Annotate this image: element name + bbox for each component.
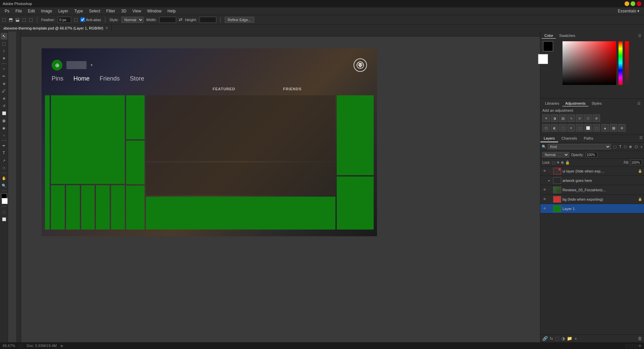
- quick-mask-toggle[interactable]: ⬚: [1, 208, 7, 215]
- layers-mask-icon[interactable]: ⬚: [555, 336, 559, 341]
- doc-info-arrow[interactable]: ▶: [61, 344, 63, 348]
- background-color[interactable]: [2, 198, 8, 204]
- layers-panel-menu[interactable]: ☰: [638, 135, 644, 142]
- menu-layer[interactable]: Layer: [55, 8, 71, 14]
- opacity-input[interactable]: [586, 152, 597, 157]
- layers-new-icon[interactable]: +: [574, 336, 577, 341]
- adj-colorlookup[interactable]: ⬚: [576, 124, 583, 132]
- lock-pixels-icon[interactable]: ⬚: [552, 160, 555, 165]
- layer-item-bg[interactable]: 👁 bg (hide when exporting) 🔒: [540, 195, 644, 204]
- foreground-color-box[interactable]: [543, 41, 553, 51]
- crop-tool[interactable]: ⊹: [1, 65, 7, 72]
- clone-tool[interactable]: ⊕: [1, 95, 7, 102]
- layer-item-layer1[interactable]: 👁 Layer 1: [540, 204, 644, 213]
- adj-brightness[interactable]: ☀: [542, 114, 550, 122]
- menu-type[interactable]: Type: [71, 8, 86, 14]
- quick-select-tool[interactable]: ✤: [1, 55, 7, 62]
- adj-selectivecolor[interactable]: ⊕: [618, 124, 626, 132]
- adj-bw[interactable]: ◐: [551, 124, 558, 132]
- adj-contrast[interactable]: ◑: [551, 114, 558, 122]
- refine-edge-button[interactable]: Refine Edge...: [225, 17, 254, 23]
- alpha-bar[interactable]: [625, 41, 629, 85]
- brush-tool[interactable]: 🖊: [1, 88, 7, 94]
- canvas-area[interactable]: ⊕ ▾ Pins Home: [8, 32, 540, 342]
- hue-bar[interactable]: [619, 41, 623, 85]
- adj-posterize[interactable]: ⬚: [593, 124, 600, 132]
- paths-tab[interactable]: Paths: [581, 135, 597, 142]
- adjustments-tab[interactable]: Adjustments: [562, 101, 588, 106]
- color-tab[interactable]: Color: [542, 33, 556, 39]
- adj-invert[interactable]: ⬜: [584, 124, 592, 132]
- layer-item-reviews[interactable]: 👁 Reviews_03_ForzaHoriz...: [540, 185, 644, 195]
- feather-input[interactable]: [58, 17, 71, 23]
- blur-tool[interactable]: ◉: [1, 124, 7, 131]
- lock-artboard-icon[interactable]: ⊕: [561, 160, 564, 165]
- libraries-tab[interactable]: Libraries: [542, 101, 562, 106]
- menu-image[interactable]: Image: [38, 8, 55, 14]
- restore-button[interactable]: [631, 1, 635, 6]
- style-select[interactable]: Normal: [121, 17, 144, 23]
- layer-visibility-bg[interactable]: 👁: [542, 197, 547, 202]
- eraser-tool[interactable]: ⬜: [1, 110, 7, 116]
- menu-edit[interactable]: Edit: [25, 8, 38, 14]
- lock-position-icon[interactable]: ✛: [556, 160, 559, 165]
- filter-smart-icon[interactable]: ⊕: [628, 144, 633, 149]
- adj-hue[interactable]: ⊛: [593, 114, 600, 122]
- blend-mode-select[interactable]: Normal: [542, 152, 569, 157]
- filter-type-icon[interactable]: T: [618, 144, 623, 149]
- layers-tab[interactable]: Layers: [540, 135, 558, 142]
- type-tool[interactable]: T: [1, 150, 7, 156]
- swap-icon[interactable]: ⇄: [179, 17, 182, 22]
- lock-all-icon[interactable]: 🔒: [565, 160, 570, 165]
- menu-window[interactable]: Window: [145, 8, 164, 14]
- menu-view[interactable]: View: [130, 8, 144, 14]
- width-input[interactable]: [159, 17, 176, 23]
- xbox-menu-store[interactable]: Store: [130, 75, 144, 82]
- adj-threshold[interactable]: ▲: [601, 124, 609, 132]
- pen-tool[interactable]: ✒: [1, 142, 7, 149]
- layer-visibility-artwork[interactable]: 👁: [542, 178, 547, 183]
- layers-link-icon[interactable]: 🔗: [542, 336, 548, 341]
- adj-vibrance[interactable]: ⬡: [584, 114, 592, 122]
- eyedropper-tool[interactable]: ✏: [1, 73, 7, 80]
- layer-item-artwork[interactable]: 👁 ▸ artwork goes here: [540, 176, 644, 185]
- filter-color-icon[interactable]: ⬡: [634, 144, 639, 149]
- adj-curves[interactable]: ∿: [568, 114, 575, 122]
- menu-select[interactable]: Select: [86, 8, 103, 14]
- layer-item-ui[interactable]: 👁 ⬚ ui layer (hide when exp.... 🔒: [540, 166, 644, 176]
- fill-input[interactable]: [630, 160, 642, 165]
- menu-3d[interactable]: 3D: [118, 8, 129, 14]
- color-spectrum[interactable]: [562, 41, 616, 85]
- move-tool[interactable]: ↖: [1, 33, 7, 40]
- channels-tab[interactable]: Channels: [558, 135, 580, 142]
- adj-photofilter[interactable]: ⬚: [559, 124, 567, 132]
- adj-colorbalance[interactable]: ⬡: [542, 124, 550, 132]
- adj-exposure[interactable]: ⊙: [576, 114, 583, 122]
- filter-shape-icon[interactable]: □: [623, 144, 628, 149]
- close-button[interactable]: [637, 1, 641, 6]
- layer-filter-select[interactable]: Kind: [548, 144, 611, 149]
- adj-gradientmap[interactable]: ▦: [610, 124, 617, 132]
- xbox-menu-home[interactable]: Home: [73, 75, 90, 82]
- zoom-icon[interactable]: ⬚: [19, 344, 22, 348]
- menu-ps[interactable]: Ps: [2, 8, 12, 14]
- marquee-tool[interactable]: ⬚: [1, 40, 7, 47]
- layers-fx-icon[interactable]: fx: [550, 336, 553, 341]
- adj-panel-menu[interactable]: ☰: [636, 101, 642, 106]
- shape-tool[interactable]: □: [1, 164, 7, 171]
- layers-adjustment-icon[interactable]: ◑: [561, 336, 565, 341]
- gradient-tool[interactable]: ▦: [1, 117, 7, 124]
- healing-tool[interactable]: ⊕: [1, 80, 7, 87]
- layers-delete-icon[interactable]: 🗑: [638, 336, 642, 341]
- styles-tab[interactable]: Styles: [589, 101, 604, 106]
- history-tool[interactable]: ↺: [1, 102, 7, 109]
- menu-help[interactable]: Help: [165, 8, 178, 14]
- zoom-tool[interactable]: 🔍: [1, 182, 7, 189]
- screen-mode-toggle[interactable]: ⬜: [1, 216, 7, 222]
- layer-visibility-reviews[interactable]: 👁: [542, 188, 547, 192]
- filter-pixel-icon[interactable]: ⬚: [612, 144, 618, 149]
- filter-toggle-icon[interactable]: ●: [640, 145, 643, 149]
- menu-file[interactable]: File: [13, 8, 24, 14]
- adj-channelmixer[interactable]: ≡: [568, 124, 575, 132]
- layer-visibility-ui[interactable]: 👁: [542, 169, 547, 173]
